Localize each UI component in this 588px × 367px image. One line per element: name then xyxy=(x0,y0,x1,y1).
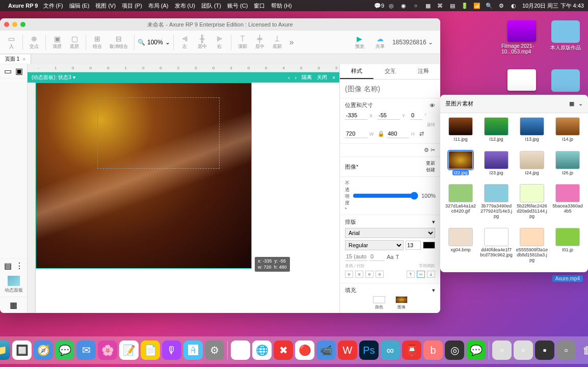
font-color-swatch[interactable] xyxy=(423,242,435,249)
cc-icon[interactable]: ◉ xyxy=(400,2,407,9)
page-tab-1[interactable]: 页面 1 × xyxy=(0,55,31,64)
menu-project[interactable]: 项目 (P) xyxy=(122,2,142,10)
view-grid-icon[interactable]: ▦ xyxy=(569,100,574,107)
canvas[interactable]: x: -335 y: -55 w: 720 h: 480 xyxy=(36,83,339,313)
close-app-dock-icon[interactable]: ✖ xyxy=(274,340,293,360)
selected-file-label[interactable]: Axure.mp4 xyxy=(552,275,583,282)
app1-dock-icon[interactable]: ∞ xyxy=(381,340,400,360)
photoshop-dock-icon[interactable]: Ps xyxy=(359,340,379,360)
intersect-tool[interactable]: ⊕交点 xyxy=(26,33,42,51)
close-window-button[interactable] xyxy=(4,22,9,27)
chevron-down-icon[interactable]: ▾ xyxy=(432,287,435,294)
recent-2-dock-icon[interactable]: ▫ xyxy=(514,340,533,360)
text-transform-icon[interactable]: Aa xyxy=(387,254,393,260)
prev-state-icon[interactable]: ‹ xyxy=(288,75,289,81)
toolbar-overflow-icon[interactable]: » xyxy=(289,38,294,47)
align-bottom-tool[interactable]: ⟘底部 xyxy=(269,33,285,51)
style-tab[interactable]: 样式 xyxy=(340,64,373,79)
wifi-icon[interactable]: 📶 xyxy=(473,2,480,9)
finder-item[interactable]: I24.jpg xyxy=(516,151,548,181)
group-tool[interactable]: ⊞组合 xyxy=(89,33,105,51)
finder-item[interactable]: I22.jpg xyxy=(444,151,477,181)
notes-tab[interactable]: 注释 xyxy=(407,64,440,79)
width-input[interactable] xyxy=(345,129,367,138)
share-button[interactable]: ☁共享 xyxy=(372,33,388,51)
minimize-window-button[interactable] xyxy=(12,22,17,27)
wechat-dock-icon[interactable]: 💬 xyxy=(466,340,486,360)
finder-item[interactable]: I12.jpg xyxy=(480,117,513,148)
zoom-control[interactable]: 🔍 100% ⌄ xyxy=(138,39,170,46)
status-icon-1[interactable]: ○ xyxy=(412,2,419,9)
bilibili-dock-icon[interactable]: b xyxy=(423,340,443,360)
user-id-dropdown[interactable]: 1853926816 ⌄ xyxy=(392,39,433,46)
menu-file[interactable]: 文件 (F) xyxy=(43,2,63,10)
trash-dock-icon[interactable]: 🗑 xyxy=(578,340,588,360)
maximize-window-button[interactable] xyxy=(20,22,25,27)
clock[interactable]: 10月20日 周三 下午 4:43 xyxy=(522,2,584,10)
height-input[interactable] xyxy=(387,129,409,138)
obs-icon[interactable]: ◎ xyxy=(388,2,395,9)
finder-item[interactable]: I01.jp xyxy=(551,228,584,269)
finder-item[interactable]: 327d1a64a1a2c8420.gif xyxy=(444,184,477,225)
finder-item[interactable]: xg04.bmp xyxy=(444,228,477,269)
zoom-dock-icon[interactable]: 📹 xyxy=(316,340,336,360)
close-tab-icon[interactable]: × xyxy=(22,57,25,62)
safari-dock-icon[interactable]: 🧭 xyxy=(34,340,53,360)
desktop-file-filmage[interactable]: Filmage 2021-10...053.mp4 xyxy=(501,20,542,55)
text-align-vertical[interactable]: ⫯═⫰ xyxy=(407,271,435,278)
menu-window[interactable]: 窗口 xyxy=(254,2,265,10)
lock-aspect-icon[interactable]: 🔒 xyxy=(378,130,385,137)
control-center-icon[interactable]: ⚙ xyxy=(498,2,505,9)
element-name-input[interactable] xyxy=(345,83,435,95)
text-decoration-icon[interactable]: T xyxy=(395,254,399,260)
wechat-status-icon[interactable]: 💬9 xyxy=(376,2,383,9)
dynamic-panel-widget[interactable]: 动态面板 xyxy=(0,273,27,297)
bring-front-tool[interactable]: ▣顶层 xyxy=(49,33,65,51)
interactions-tab[interactable]: 交互 xyxy=(373,64,407,79)
chevron-down-icon[interactable]: ▾ xyxy=(432,219,435,225)
spotlight-icon[interactable]: 🔍 xyxy=(486,2,493,9)
desktop-file-2[interactable] xyxy=(501,69,542,92)
menu-help[interactable]: 帮助 (H) xyxy=(271,2,291,10)
align-right-tool[interactable]: ⫸右 xyxy=(211,33,228,51)
obs-dock-icon[interactable]: ◎ xyxy=(445,340,464,360)
finder-item[interactable]: dd40fdea4e1f7bcd739c962.jpg xyxy=(480,228,513,269)
pages-panel-icon[interactable]: ▭ xyxy=(4,66,12,76)
font-family-select[interactable]: Arial xyxy=(345,228,435,238)
align-middle-tool[interactable]: ╪居中 xyxy=(252,33,268,51)
recent-1-dock-icon[interactable]: ▫ xyxy=(492,340,512,360)
chrome-dock-icon[interactable]: 🌐 xyxy=(252,340,272,360)
finder-item[interactable]: I11.jpg xyxy=(444,117,477,148)
fill-color-swatch[interactable] xyxy=(373,296,385,303)
rotation-input[interactable] xyxy=(410,111,422,120)
recent-4-dock-icon[interactable]: ▫ xyxy=(556,340,576,360)
siri-icon[interactable]: ◐ xyxy=(510,2,517,9)
desktop-folder-2[interactable] xyxy=(545,69,586,93)
align-top-tool[interactable]: ⟙顶部 xyxy=(234,33,251,51)
font-size-input[interactable] xyxy=(406,241,421,250)
finder-item[interactable]: e5555909f3a1edb8d1581ba3.jpg xyxy=(516,228,548,269)
y-input[interactable] xyxy=(378,111,400,120)
fill-image-swatch[interactable] xyxy=(395,296,408,303)
todo-dock-icon[interactable]: 📮 xyxy=(402,340,421,360)
menu-account[interactable]: 账号 (C) xyxy=(227,2,248,10)
menu-arrange[interactable]: 布局 (A) xyxy=(148,2,169,10)
axure-dock-icon[interactable]: ✖ xyxy=(231,340,250,360)
flip-icon[interactable]: ⇄ xyxy=(419,130,424,137)
finder-item[interactable]: I13.jpg xyxy=(516,117,548,148)
next-state-icon[interactable]: › xyxy=(295,75,297,81)
image-element[interactable] xyxy=(36,83,252,269)
more-icon[interactable]: ⋮ xyxy=(15,261,23,271)
opacity-value[interactable]: 100% xyxy=(421,193,436,199)
launchpad-dock-icon[interactable]: 🔲 xyxy=(12,340,32,360)
recent-3-dock-icon[interactable]: ▪ xyxy=(535,340,554,360)
view-options-icon[interactable]: ⌄ xyxy=(578,100,583,107)
isolate-button[interactable]: 隔离 xyxy=(302,74,312,81)
send-back-tool[interactable]: ▢底层 xyxy=(66,33,83,51)
menu-publish[interactable]: 发布 (U) xyxy=(175,2,195,10)
chrome2-dock-icon[interactable]: 🔴 xyxy=(295,340,314,360)
settings-dock-icon[interactable]: ⚙ xyxy=(205,340,224,360)
finder-item[interactable]: 3b779a3490ed2779241f14e3.jpg xyxy=(480,184,513,225)
status-icon-3[interactable]: ⌘ xyxy=(437,2,444,9)
canvas-area[interactable]: -1000100200300400500 (动态面板): 状态3 ▾ ‹ › 隔… xyxy=(28,64,339,313)
